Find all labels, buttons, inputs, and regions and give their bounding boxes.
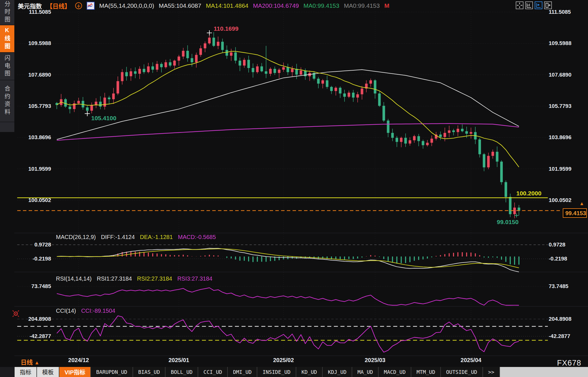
price-up-arrow-icon: ▲	[579, 201, 584, 207]
period-selector[interactable]: 日线 ▲	[21, 357, 40, 366]
ma0-gray-value: MA0:99.4153	[344, 2, 380, 9]
price-axis-label-right: 105.7793	[549, 103, 571, 109]
m-flag: M	[384, 2, 390, 9]
ma0-green-value: MA0:99.4153	[303, 2, 339, 9]
price-axis-label-left: 109.5988	[17, 40, 51, 46]
chart-header: 美元指数 【日线】 ＋ MA(55,14,200,0,0,0) MA55:104…	[18, 2, 389, 10]
macd-axis-label-left: -0.2198	[17, 256, 51, 262]
cci-label-row: CCI(14) CCI:-89.1504	[56, 308, 115, 314]
new-panel-icon[interactable]	[544, 1, 552, 9]
price-axis-label-left: 105.7793	[17, 103, 51, 109]
tab-macd-ud[interactable]: MACD_UD	[379, 367, 411, 377]
price-axis-label-right: 107.6890	[549, 72, 571, 78]
brand-watermark: FX678	[557, 359, 581, 368]
level-price-label: 100.2000	[516, 190, 542, 197]
macd-hist-value: MACD:-0.5685	[178, 234, 216, 240]
alert-sun-icon[interactable]	[12, 310, 20, 318]
tab->>[interactable]: >>	[483, 367, 500, 377]
tab-ma-ud[interactable]: MA_UD	[352, 367, 379, 377]
chart-toolbar	[516, 1, 552, 9]
rsi-axis-label-right: 73.7485	[549, 283, 568, 289]
tabbar-empty-track	[500, 367, 588, 377]
candlestick-chart-canvas[interactable]	[0, 0, 588, 377]
add-indicator-icon[interactable]: ＋	[75, 2, 82, 9]
month-label: 2024/12	[68, 357, 89, 364]
tab-模板[interactable]: 模板	[37, 367, 59, 377]
rsi3-value: RSI3:27.3184	[177, 275, 212, 282]
chart-play-icon[interactable]	[535, 1, 542, 9]
tab-kdj-ud[interactable]: KDJ_UD	[323, 367, 352, 377]
tab-inside-ud[interactable]: INSIDE_UD	[257, 367, 296, 377]
last-low-label: 99.0150	[497, 219, 519, 226]
tab-barupdn-ud[interactable]: BARUPDN_UD	[91, 367, 133, 377]
axis-scale-icon[interactable]	[525, 1, 533, 9]
ma55-value: MA55:104.6087	[159, 2, 201, 9]
trading-app: 分时图K线图闪电图合约资料 美元指数 【日线】 ＋ MA(55,14,200,0…	[0, 0, 588, 377]
price-axis-label-left: 100.0502	[17, 197, 51, 203]
crosshair-icon[interactable]	[516, 1, 523, 9]
macd-axis-label-right: -0.2198	[549, 256, 567, 262]
cci-axis-label-right: -42.2877	[549, 333, 570, 339]
price-axis-label-right: 101.9599	[549, 166, 571, 172]
macd-dea-value: DEA:-1.1281	[140, 234, 173, 240]
peak-price-label: 110.1699	[214, 25, 238, 32]
price-axis-label-right: 109.5988	[549, 40, 571, 46]
rsi1-value: RSI1:27.3184	[97, 275, 132, 282]
price-axis-label-right: 111.5085	[549, 9, 571, 15]
tab-outside-ud[interactable]: OUTSIDE_UD	[441, 367, 483, 377]
period-arrow-icon: ▲	[34, 360, 40, 366]
macd-label-row: MACD(26,12,9) DIFF:-1.4124 DEA:-1.1281 M…	[56, 234, 216, 240]
tab-指标[interactable]: 指标	[15, 367, 37, 377]
rsi-label-row: RSI(14,14,14) RSI1:27.3184 RSI2:27.3184 …	[56, 275, 213, 282]
cci-axis-label-left: 204.8908	[17, 316, 51, 322]
macd-axis-label-left: 0.9728	[17, 242, 51, 248]
period-label: 日线	[21, 359, 33, 366]
tab-bias-ud[interactable]: BIAS_UD	[133, 367, 166, 377]
macd-name[interactable]: MACD(26,12,9)	[56, 234, 96, 240]
cci-name[interactable]: CCI(14)	[56, 308, 76, 314]
indicator-tab-bar: 指标模板VIP指标BARUPDN_UDBIAS_UDBOLL_UDCCI_UDD…	[0, 367, 588, 377]
month-label: 2025/04	[461, 357, 481, 364]
price-axis-label-left: 107.6890	[17, 72, 51, 78]
ma14-value: MA14:101.4864	[206, 2, 248, 9]
instrument-title: 美元指数	[18, 1, 42, 10]
tab-dmi-ud[interactable]: DMI_UD	[228, 367, 257, 377]
tab-kd-ud[interactable]: KD_UD	[296, 367, 323, 377]
month-label: 2025/03	[365, 357, 385, 364]
cci-axis-label-left: -42.2877	[17, 333, 51, 339]
macd-diff-value: DIFF:-1.4124	[101, 234, 135, 240]
price-axis-label-left: 101.9599	[17, 166, 51, 172]
rsi-axis-label-left: 73.7485	[17, 283, 51, 289]
price-axis-label-right: 100.0502	[549, 197, 571, 203]
tabbar-corner	[0, 367, 15, 377]
price-axis-label-left: 103.8696	[17, 134, 51, 141]
tab-cci-ud[interactable]: CCI_UD	[198, 367, 228, 377]
cci-axis-label-right: 204.8908	[549, 316, 571, 322]
low-price-label: 105.4100	[91, 115, 116, 122]
period-tag[interactable]: 【日线】	[46, 1, 71, 10]
tab-boll-ud[interactable]: BOLL_UD	[166, 367, 198, 377]
rsi2-value: RSI2:27.3184	[137, 275, 172, 282]
month-label: 2025/02	[273, 357, 294, 364]
price-axis-label-right: 103.8696	[549, 134, 571, 141]
tab-mtm-ud[interactable]: MTM_UD	[411, 367, 441, 377]
ma-settings[interactable]: MA(55,14,200,0,0,0)	[99, 2, 154, 9]
last-price-box[interactable]: 99.4153	[563, 208, 587, 218]
macd-axis-label-right: 0.9728	[549, 242, 565, 248]
cci-value: CCI:-89.1504	[81, 308, 115, 314]
mini-candle-icon[interactable]	[87, 2, 95, 10]
month-label: 2025/01	[168, 357, 189, 364]
ma200-value: MA200:104.6749	[253, 2, 299, 9]
tab-vip指标[interactable]: VIP指标	[59, 367, 91, 377]
rsi-name[interactable]: RSI(14,14,14)	[56, 275, 92, 282]
